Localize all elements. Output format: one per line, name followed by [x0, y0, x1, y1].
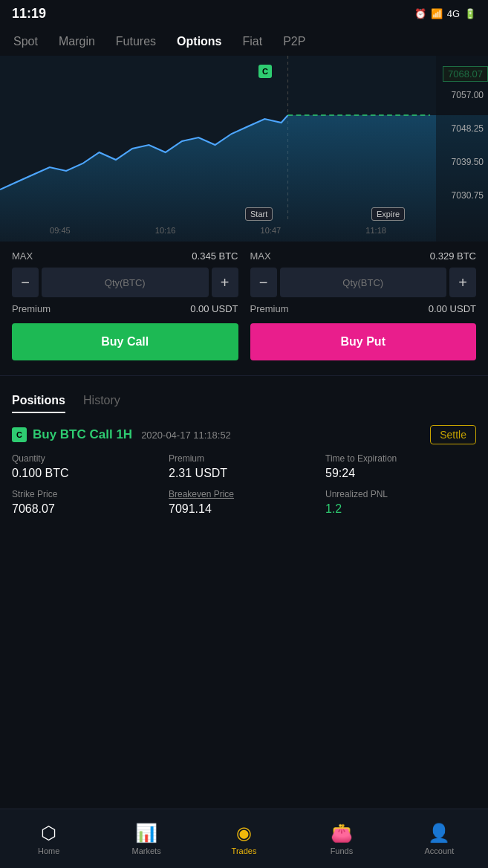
nav-funds[interactable]: 👛 Funds: [293, 809, 390, 868]
status-bar: 11:19 ⏰ 📶 4G 🔋: [0, 0, 488, 25]
put-premium-label: Premium: [250, 303, 289, 314]
call-qty-plus[interactable]: +: [212, 268, 238, 297]
call-max-label: MAX: [12, 250, 33, 262]
funds-icon: 👛: [331, 823, 353, 843]
position-grid: Quantity 0.100 BTC Premium 2.31 USDT Tim…: [12, 453, 476, 516]
field-pnl-label: Unrealized PNL: [325, 489, 476, 499]
nav-funds-label: Funds: [331, 846, 354, 855]
nav-markets[interactable]: 📊 Markets: [97, 809, 195, 868]
call-qty-minus[interactable]: −: [12, 268, 39, 297]
field-strike-value: 7068.07: [12, 502, 163, 516]
nav-markets-label: Markets: [132, 846, 161, 855]
put-qty-input[interactable]: [280, 268, 447, 297]
field-strike-label: Strike Price: [12, 489, 163, 499]
field-quantity: Quantity 0.100 BTC: [12, 453, 163, 480]
nav-home-label: Home: [38, 846, 59, 855]
call-premium-row: Premium 0.00 USDT: [12, 303, 238, 314]
status-icons: ⏰ 📶 4G 🔋: [414, 8, 476, 19]
time-1: 09:45: [50, 226, 71, 235]
tab-p2p[interactable]: P2P: [273, 30, 316, 53]
nav-trades-label: Trades: [232, 846, 257, 855]
account-icon: 👤: [428, 823, 450, 843]
positions-section: Positions History C Buy BTC Call 1H 2020…: [0, 382, 488, 528]
buy-put-column: MAX 0.329 BTC − + Premium 0.00 USDT Buy …: [250, 250, 477, 360]
tab-margin[interactable]: Margin: [48, 30, 105, 53]
field-breakeven-label: Breakeven Price: [169, 489, 319, 499]
field-pnl: Unrealized PNL 1.2: [325, 489, 476, 516]
position-c-badge: C: [12, 427, 27, 442]
home-icon: ⬡: [41, 823, 56, 843]
put-qty-row: − +: [250, 268, 477, 297]
tab-futures[interactable]: Futures: [105, 30, 166, 53]
field-strike: Strike Price 7068.07: [12, 489, 163, 516]
divider-1: [0, 375, 488, 376]
call-max-row: MAX 0.345 BTC: [12, 250, 238, 262]
put-qty-plus[interactable]: +: [449, 268, 476, 297]
buy-call-button[interactable]: Buy Call: [12, 323, 238, 360]
position-title: Buy BTC Call 1H: [33, 427, 132, 442]
price-level-1: 7057.00: [440, 90, 484, 100]
field-premium: Premium 2.31 USDT: [169, 453, 319, 480]
nav-tabs: Spot Margin Futures Options Fiat P2P: [0, 25, 488, 56]
position-time: 2020-04-17 11:18:52: [141, 430, 231, 441]
position-card: C Buy BTC Call 1H 2020-04-17 11:18:52 Se…: [12, 425, 476, 516]
field-quantity-value: 0.100 BTC: [12, 467, 163, 480]
put-max-label: MAX: [250, 250, 271, 262]
buy-call-column: MAX 0.345 BTC − + Premium 0.00 USDT Buy …: [12, 250, 238, 360]
field-expiration: Time to Expiration 59:24: [325, 453, 476, 480]
bottom-nav: ⬡ Home 📊 Markets ◉ Trades 👛 Funds 👤 Acco…: [0, 809, 488, 868]
positions-tabs: Positions History: [12, 394, 476, 413]
field-breakeven: Breakeven Price 7091.14: [169, 489, 319, 516]
chart-right-prices: 7057.00 7048.25 7039.50 7030.75: [436, 56, 488, 242]
chart-area: C 7068.07 7057.00 7048.25 7039.50 7030.7…: [0, 56, 488, 242]
put-premium-row: Premium 0.00 USDT: [250, 303, 477, 314]
tab-fiat[interactable]: Fiat: [232, 30, 273, 53]
put-premium-value: 0.00 USDT: [429, 303, 476, 314]
wifi-icon: 📶: [431, 8, 443, 19]
call-max-value: 0.345 BTC: [192, 250, 238, 262]
nav-account[interactable]: 👤 Account: [391, 809, 488, 868]
put-max-row: MAX 0.329 BTC: [250, 250, 477, 262]
field-expiration-label: Time to Expiration: [325, 453, 476, 464]
position-header: C Buy BTC Call 1H 2020-04-17 11:18:52 Se…: [12, 425, 476, 444]
price-level-3: 7039.50: [440, 157, 484, 167]
time-4: 11:18: [365, 226, 386, 235]
time-3: 10:47: [261, 226, 282, 235]
trading-section: MAX 0.345 BTC − + Premium 0.00 USDT Buy …: [0, 242, 488, 369]
trades-icon: ◉: [236, 823, 252, 843]
markets-icon: 📊: [135, 823, 157, 843]
call-qty-input[interactable]: [42, 268, 209, 297]
chart-expire-badge: Expire: [371, 207, 405, 221]
history-tab[interactable]: History: [83, 394, 120, 413]
put-max-value: 0.329 BTC: [430, 250, 476, 262]
status-time: 11:19: [12, 6, 46, 22]
put-qty-minus[interactable]: −: [250, 268, 277, 297]
call-qty-row: − +: [12, 268, 238, 297]
call-premium-value: 0.00 USDT: [190, 303, 238, 314]
chart-c-badge: C: [258, 65, 272, 78]
buy-put-button[interactable]: Buy Put: [250, 323, 477, 360]
call-premium-label: Premium: [12, 303, 51, 314]
signal-icon: 4G: [447, 8, 460, 19]
chart-bottom-times: 09:45 10:16 10:47 11:18: [0, 219, 436, 242]
field-quantity-label: Quantity: [12, 453, 163, 464]
time-2: 10:16: [155, 226, 176, 235]
nav-trades[interactable]: ◉ Trades: [195, 809, 293, 868]
battery-icon: 🔋: [464, 8, 476, 19]
field-expiration-value: 59:24: [325, 467, 476, 480]
tab-options[interactable]: Options: [166, 30, 232, 53]
price-level-4: 7030.75: [440, 190, 484, 201]
field-breakeven-value: 7091.14: [169, 502, 319, 516]
trading-row: MAX 0.345 BTC − + Premium 0.00 USDT Buy …: [12, 250, 476, 360]
positions-tab[interactable]: Positions: [12, 394, 65, 413]
field-premium-label: Premium: [169, 453, 319, 464]
field-premium-value: 2.31 USDT: [169, 467, 319, 480]
field-pnl-value: 1.2: [325, 502, 476, 516]
settle-button[interactable]: Settle: [430, 425, 476, 444]
nav-home[interactable]: ⬡ Home: [0, 809, 97, 868]
alarm-icon: ⏰: [414, 8, 426, 19]
nav-account-label: Account: [424, 846, 454, 855]
tab-spot[interactable]: Spot: [3, 30, 48, 53]
chart-start-badge: Start: [245, 207, 273, 221]
price-level-2: 7048.25: [440, 123, 484, 134]
